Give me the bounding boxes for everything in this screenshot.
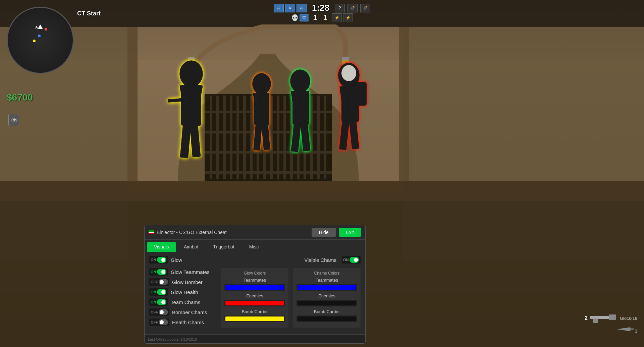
glow-enemies-color-label: Enemies (224, 293, 285, 298)
glow-bomber-knob[interactable] (159, 279, 168, 285)
svg-rect-65 (630, 328, 634, 330)
footer-text: Last Offset Update: 1/10/2019 (148, 337, 197, 341)
svg-rect-64 (593, 319, 598, 323)
option-glow-teammates: ON Glow Teammates (149, 268, 216, 276)
skull-ct: 💀 🛡 (291, 14, 309, 21)
panel-title-text: Binjector - CS:GO External Cheat (157, 230, 227, 235)
map-dot-player (33, 40, 36, 42)
glow-colors-title: Glow Colors (224, 271, 285, 276)
chams-bomb-color-fill (298, 316, 356, 321)
glow-teammates-label: Glow Teammates (171, 269, 210, 275)
glow-label: Glow (171, 257, 182, 263)
glow-bomber-label: Glow Bomber (172, 279, 203, 285)
italian-flag-icon (149, 230, 154, 234)
main-toggle-row: ON Glow Visible Chams ON (149, 256, 361, 264)
inventory-icon: 🛍 (8, 114, 19, 126)
chams-bomb-color-row: Bomb Carrier (297, 309, 357, 322)
toggle-glow-teammates[interactable]: ON (149, 268, 168, 276)
map-a-label: A (35, 25, 38, 29)
bomber-chams-label: Bomber Chams (172, 309, 207, 315)
chams-teammates-color-fill (298, 285, 356, 290)
option-health-chams: OFF Health Chams (149, 319, 216, 326)
minimap: A B (7, 7, 74, 74)
glow-teammates-state: ON (151, 270, 156, 274)
panel-tabs: Visuals Aimbot Triggerbot Misc (145, 240, 365, 252)
chams-toggle-switch[interactable]: ON (342, 256, 361, 264)
toggle-health-chams[interactable]: OFF (149, 319, 169, 326)
tab-triggerbot[interactable]: Triggerbot (206, 242, 241, 252)
chams-enemies-color-label: Enemies (297, 293, 357, 298)
glow-enemies-color-fill (225, 301, 284, 305)
chams-enemies-color-bar[interactable] (297, 300, 357, 306)
health-chams-knob[interactable] (159, 319, 168, 325)
glow-teammates-color-bar[interactable] (224, 284, 285, 291)
health-chams-state: OFF (151, 320, 158, 324)
t-icon-2: ⚡ (343, 13, 353, 22)
glow-bomb-color-row: Bomb Carrier (224, 309, 285, 322)
toggle-bomber-chams[interactable]: OFF (149, 308, 169, 316)
weapon-primary: 2 Glock-18 (585, 313, 637, 323)
glow-enemies-color-bar[interactable] (224, 300, 285, 306)
score-row: 💀 🛡 1 1 ⚡ ⚡ (291, 13, 353, 22)
chams-teammates-color-row: Teammates (297, 278, 357, 291)
ct-icon-3: ⚔ (297, 4, 307, 12)
glow-teammates-color-row: Teammates (224, 278, 285, 291)
option-bomber-chams: OFF Bomber Chams (149, 308, 216, 316)
svg-rect-63 (609, 314, 616, 320)
glow-bomber-state: OFF (151, 280, 158, 284)
ammo-reserve: 3 (617, 326, 637, 334)
ammo-count: 2 (585, 315, 588, 321)
ct-icons: ⚔ ⚔ ⚔ (274, 4, 307, 12)
weapon-area: 2 Glock-18 3 (585, 313, 637, 334)
toggle-team-chams[interactable]: ON (149, 298, 168, 306)
chams-enemies-color-row: Enemies (297, 293, 357, 306)
toggle-glow-health[interactable]: ON (149, 288, 168, 296)
glow-bomb-color-bar[interactable] (224, 315, 285, 322)
map-dot-team (38, 35, 41, 37)
nav-arrow (38, 24, 43, 29)
glow-health-state: ON (151, 290, 156, 294)
left-options: ON Glow Teammates OFF Glow Bomber (149, 268, 216, 328)
panel-title-left: Binjector - CS:GO External Cheat (149, 230, 227, 235)
buy-menu-icon: 🛍 (8, 114, 19, 126)
chams-bomb-color-label: Bomb Carrier (297, 309, 357, 314)
team-chams-knob[interactable] (157, 299, 166, 305)
ct-shield-icon: 🛡 (300, 14, 309, 21)
glow-colors-panel: Glow Colors Teammates Enemies (221, 268, 288, 328)
glow-health-knob[interactable] (157, 289, 166, 295)
chams-teammates-color-bar[interactable] (297, 284, 357, 291)
tab-visuals[interactable]: Visuals (147, 242, 176, 252)
chams-toggle-knob[interactable] (350, 257, 359, 263)
bomb-icon-2: 💣 (360, 4, 370, 12)
cheat-panel: Binjector - CS:GO External Cheat Hide Ex… (144, 225, 366, 344)
bomber-chams-knob[interactable] (159, 309, 168, 315)
chams-colors-panel: Chams Colors Teammates Enemies (293, 268, 361, 328)
glow-toggle-knob[interactable] (157, 257, 166, 263)
team-chams-label: Team Chams (171, 299, 200, 305)
chams-bomb-color-bar[interactable] (297, 315, 357, 322)
glow-teammates-knob[interactable] (157, 269, 166, 275)
money-display: $6700 (7, 92, 33, 103)
glow-on-text: ON (151, 258, 156, 262)
chams-teammates-color-label: Teammates (297, 278, 357, 283)
ct-icon-2: ⚔ (285, 4, 295, 12)
glow-health-label: Glow Health (171, 289, 198, 295)
weapon-name: Glock-18 (620, 316, 637, 321)
glow-toggle-switch[interactable]: ON (149, 256, 168, 264)
toggle-glow-bomber[interactable]: OFF (149, 278, 169, 286)
hide-button[interactable]: Hide (312, 228, 336, 237)
ct-icon-1: ⚔ (274, 4, 284, 12)
skull-icon: 💀 (291, 14, 299, 21)
panel-footer: Last Offset Update: 1/10/2019 (145, 334, 365, 343)
chams-colors-title: Chams Colors (297, 271, 357, 276)
score-t: 1 (322, 13, 329, 22)
t-icons: ⚡ ⚡ (332, 13, 353, 22)
tab-misc[interactable]: Misc (243, 242, 266, 252)
team-chams-state: ON (151, 300, 156, 304)
glow-toggle-row: ON Glow (149, 256, 182, 264)
glow-bomb-color-label: Bomb Carrier (224, 309, 285, 314)
tab-aimbot[interactable]: Aimbot (177, 242, 205, 252)
option-team-chams: ON Team Chams (149, 298, 216, 306)
option-glow-health: ON Glow Health (149, 288, 216, 296)
exit-button[interactable]: Exit (339, 228, 361, 237)
